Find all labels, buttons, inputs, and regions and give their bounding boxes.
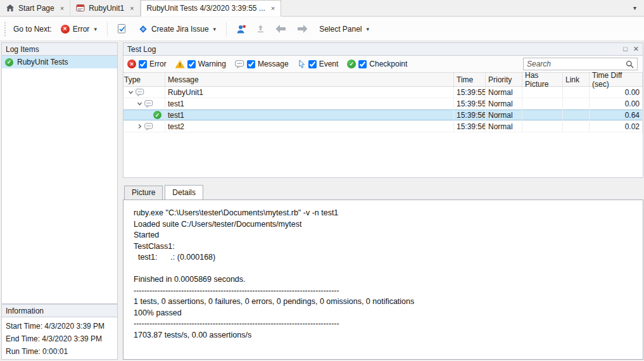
toolbar-grip-handle[interactable] [4, 22, 7, 36]
test-log-body: Error Warning Message Event [123, 56, 643, 178]
cell-time-diff: 0.64 [590, 110, 643, 120]
warning-filter-label: Warning [198, 60, 226, 68]
log-row[interactable]: RubyUnit1 15:39:55 Normal 0.00 [123, 87, 643, 98]
cell-has-picture [522, 98, 563, 109]
event-filter-label: Event [319, 60, 339, 68]
event-filter-checkbox[interactable] [308, 60, 317, 68]
column-header-link[interactable]: Link [563, 73, 590, 86]
column-header-time-diff[interactable]: Time Diff (sec) [590, 73, 643, 86]
cell-message: test2 [165, 121, 454, 132]
go-to-next-error-dropdown[interactable]: Error ▾ [56, 22, 101, 37]
details-line: 100% passed [134, 308, 633, 319]
cell-message: RubyUnit1 [165, 87, 454, 98]
cell-time: 15:39:56 [454, 121, 486, 132]
tree-item-label: RubyUnit Tests [17, 58, 68, 66]
export-log-icon-button[interactable] [253, 22, 268, 36]
message-icon [144, 123, 153, 130]
checkpoint-filter-label: Checkpoint [369, 60, 407, 68]
column-header-type[interactable]: Type [123, 73, 165, 86]
search-icon[interactable] [626, 60, 634, 68]
forward-arrow-icon-button[interactable] [293, 22, 312, 36]
details-line: Started [134, 230, 633, 241]
report-check-icon-button[interactable] [113, 21, 130, 37]
home-icon [6, 4, 15, 12]
details-line: 1 tests, 0 assertions, 0 failures, 0 err… [134, 296, 633, 308]
cell-priority: Normal [486, 98, 522, 109]
person-icon-button[interactable] [232, 22, 249, 37]
detail-tabs: Picture Details [124, 186, 205, 200]
select-panel-label: Select Panel [319, 25, 362, 34]
filter-warning: Warning [175, 60, 226, 68]
cell-message: test1 [165, 110, 454, 120]
cell-link [563, 110, 590, 120]
close-tab-icon[interactable]: × [130, 4, 134, 12]
close-panel-icon[interactable]: ✕ [633, 45, 639, 53]
tab-list-dropdown-icon[interactable]: ▾ [626, 4, 644, 11]
chevron-down-icon[interactable] [127, 89, 135, 95]
column-header-has-picture[interactable]: Has Picture [522, 73, 563, 86]
chevron-down-icon: ▾ [213, 26, 217, 32]
start-time-text: Start Time: 4/3/2020 3:39 PM [6, 320, 113, 332]
float-panel-icon[interactable]: □ [623, 45, 628, 53]
filter-message: Message [235, 60, 289, 68]
log-items-title: Log Items [6, 45, 39, 54]
cell-time: 15:39:55 [454, 98, 486, 109]
close-tab-icon[interactable]: × [60, 4, 64, 12]
search-input[interactable] [527, 60, 626, 68]
tab-start-page[interactable]: Start Page × [0, 0, 70, 16]
error-dropdown-label: Error [73, 25, 90, 34]
information-panel-header: Information [1, 304, 118, 317]
checkpoint-filter-checkbox[interactable] [358, 60, 367, 68]
tree-item-rubyunit-tests[interactable]: RubyUnit Tests [2, 56, 117, 68]
run-time-text: Run Time: 0:00:01 [6, 345, 113, 358]
chevron-down-icon: ▾ [367, 26, 370, 32]
chevron-down-icon[interactable] [136, 101, 144, 106]
details-line [134, 263, 633, 275]
document-tabstrip: Start Page × RubyUnit1 × RubyUnit Tests … [0, 0, 644, 16]
test-log-panel-header: Test Log □ ✕ [123, 42, 643, 56]
error-filter-label: Error [149, 60, 167, 68]
log-row[interactable]: test2 15:39:56 Normal 0.02 [123, 121, 643, 132]
details-log-text: ruby.exe "C:\Users\tester\Documents\myte… [123, 200, 643, 360]
search-box [523, 58, 638, 70]
main-toolbar: Go to Next: Error ▾ Create Jira Issue ▾ … [0, 17, 644, 41]
toolbar-separator [226, 22, 227, 36]
log-items-panel: Log Items RubyUnit Tests Information Sta… [1, 42, 118, 360]
create-jira-issue-label: Create Jira Issue [151, 25, 209, 34]
chevron-down-icon: ▾ [94, 26, 97, 32]
select-panel-dropdown[interactable]: Select Panel ▾ [315, 22, 374, 37]
chevron-right-icon[interactable] [136, 124, 144, 129]
error-filter-checkbox[interactable] [139, 60, 147, 68]
log-row[interactable]: test1 15:39:55 Normal 0.00 [123, 98, 643, 110]
cell-priority: Normal [486, 121, 522, 132]
log-row-selected[interactable]: test1 15:39:56 Normal 0.64 [123, 110, 643, 121]
tab-rubyunit1[interactable]: RubyUnit1 × [70, 0, 140, 16]
details-line: ruby.exe "C:\Users\tester\Documents\myte… [134, 208, 633, 219]
column-header-message[interactable]: Message [165, 73, 454, 86]
create-jira-issue-dropdown[interactable]: Create Jira Issue ▾ [134, 21, 220, 37]
event-cursor-icon [298, 60, 306, 68]
filter-error: Error [127, 60, 167, 68]
tab-rubyunit-tests-log[interactable]: RubyUnit Tests 4/3/2020 3:39:55 ... × [141, 0, 282, 16]
column-header-time[interactable]: Time [454, 73, 486, 86]
test-log-title: Test Log [127, 45, 156, 54]
message-filter-checkbox[interactable] [247, 60, 255, 68]
column-header-priority[interactable]: Priority [486, 73, 522, 86]
log-items-panel-header: Log Items [1, 42, 118, 56]
warning-icon [175, 60, 185, 68]
cell-time: 15:39:55 [454, 87, 486, 98]
warning-filter-checkbox[interactable] [187, 60, 196, 68]
details-line: ----------------------------------------… [134, 286, 633, 297]
tab-details[interactable]: Details [165, 185, 203, 200]
information-body: Start Time: 4/3/2020 3:39 PM End Time: 4… [1, 317, 118, 360]
cell-time: 15:39:56 [454, 110, 486, 120]
cell-time-diff: 0.00 [590, 98, 643, 109]
information-title: Information [6, 307, 44, 315]
back-arrow-icon-button[interactable] [272, 22, 290, 36]
message-icon [136, 89, 144, 96]
cell-has-picture [522, 87, 563, 98]
details-line: Finished in 0.0005869 seconds. [134, 274, 633, 286]
message-filter-label: Message [258, 60, 289, 68]
tab-picture[interactable]: Picture [124, 186, 163, 200]
close-tab-icon[interactable]: × [271, 4, 275, 12]
